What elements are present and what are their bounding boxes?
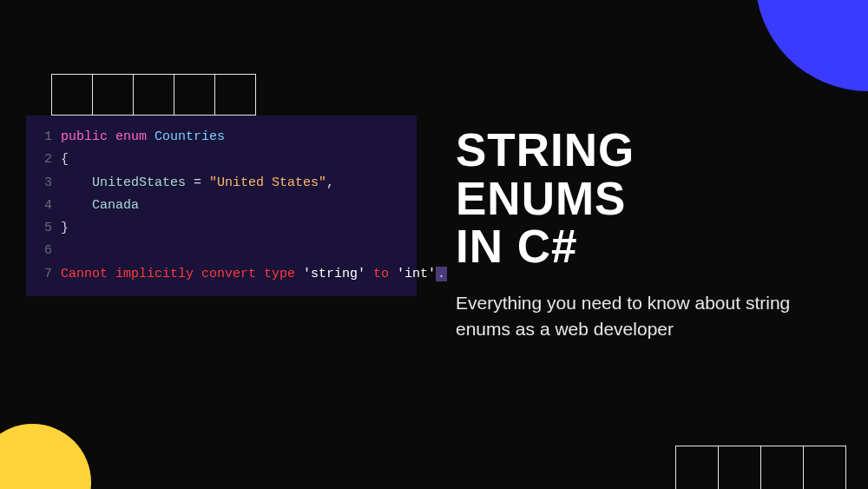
code-line: 3 UnitedStates = "United States", [26, 172, 417, 195]
code-content: } [61, 217, 69, 240]
decorative-grid-bottom [676, 446, 846, 489]
grid-cell [675, 446, 719, 489]
yellow-circle-shape [0, 424, 91, 489]
code-line: 6 [26, 240, 417, 262]
line-number: 4 [36, 195, 52, 217]
line-number: 6 [36, 240, 52, 262]
title-line-2: ENUMS [456, 175, 838, 223]
code-line: 5} [26, 217, 417, 240]
code-line: 4 Canada [26, 195, 417, 217]
grid-cell [718, 446, 761, 489]
code-line: 7Cannot implicitly convert type 'string'… [26, 263, 417, 286]
slide-title: STRING ENUMS IN C# [456, 126, 838, 271]
grid-cell [214, 74, 256, 116]
grid-cell [803, 446, 846, 489]
line-number: 2 [36, 149, 52, 171]
title-line-1: STRING [456, 126, 838, 175]
code-content: Cannot implicitly convert type 'string' … [61, 263, 447, 286]
grid-cell [133, 74, 174, 116]
code-content: { [61, 149, 69, 171]
heading-block: STRING ENUMS IN C# Everything you need t… [456, 126, 838, 343]
decorative-grid-top [52, 74, 256, 116]
line-number: 1 [36, 126, 52, 149]
blue-quarter-circle-shape [755, 0, 868, 91]
code-content: public enum Countries [61, 126, 225, 149]
code-snippet: 1public enum Countries2{3 UnitedStates =… [26, 116, 417, 296]
grid-cell [174, 74, 215, 116]
code-line: 1public enum Countries [26, 126, 417, 149]
line-number: 5 [36, 217, 52, 240]
code-content: Canada [61, 195, 139, 217]
grid-cell [760, 446, 804, 489]
code-line: 2{ [26, 149, 417, 171]
grid-cell [51, 74, 93, 116]
grid-cell [92, 74, 134, 116]
line-number: 3 [36, 172, 52, 195]
title-line-3: IN C# [456, 222, 838, 271]
slide-subtitle: Everything you need to know about string… [456, 290, 838, 343]
code-content: UnitedStates = "United States", [61, 172, 334, 195]
line-number: 7 [36, 263, 52, 286]
